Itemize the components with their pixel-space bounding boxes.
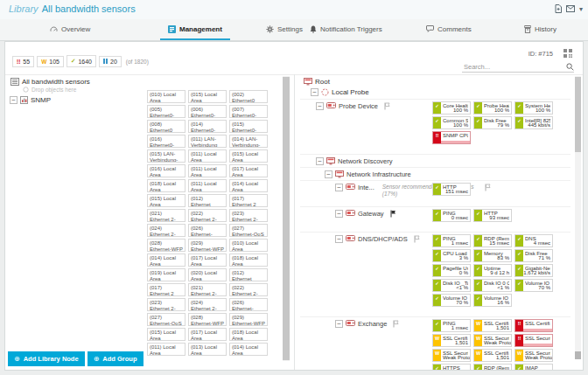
sensor-box[interactable]: WSSL Securi...Weak Proto...: [514, 349, 553, 362]
sensor-box[interactable]: ✓Volume IO ...16 %: [473, 294, 512, 307]
flag-filled-icon[interactable]: [390, 210, 396, 218]
library-sensor-box[interactable]: (017) Local Area: [188, 253, 227, 267]
status-badge-error[interactable]: !!55: [12, 56, 34, 67]
sensor-box[interactable]: !!SNMP CPU...: [432, 131, 471, 144]
library-sensor-box[interactable]: (017) Local Area: [229, 164, 268, 177]
library-sensor-box[interactable]: (012) Ethernet Traffic: [229, 268, 268, 281]
library-sensor-box[interactable]: (012) Ethernet Traffic: [188, 194, 227, 207]
library-sensor-box[interactable]: (005) Ethernet0-WFP Native: [147, 105, 186, 118]
sensor-box[interactable]: ✓Gigabit-Net...1,672 kbit/s: [514, 264, 553, 277]
library-sensor-box[interactable]: (002) Ethernet0 Traffic: [229, 90, 268, 103]
library-sensor-box[interactable]: (020) Local Area: [188, 268, 227, 281]
sensor-box[interactable]: ✓PING1 msec: [432, 319, 471, 332]
library-sensor-box[interactable]: (011) LAN-Verbindung: [188, 135, 227, 148]
search-icon[interactable]: [566, 63, 574, 71]
library-sensor-box[interactable]: (016) Local Area: [147, 164, 186, 177]
qr-code-icon[interactable]: [564, 49, 572, 58]
add-group-button[interactable]: ⊕ Add Group: [88, 351, 144, 366]
email-icon[interactable]: [566, 5, 575, 12]
sensor-box[interactable]: ✓HTTPS94 msec: [432, 364, 471, 370]
library-sensor-box[interactable]: (014) Ethernet0-WFP Native: [188, 120, 227, 133]
new-window-icon[interactable]: [555, 4, 562, 13]
sensor-box[interactable]: ✓Disk Free71 %: [514, 249, 553, 262]
add-library-node-button[interactable]: ⊕ Add Library Node: [8, 351, 85, 366]
tree-expander[interactable]: −: [10, 96, 18, 104]
sensor-box[interactable]: WSSL Securi...Weak Proto...: [473, 334, 512, 347]
library-sensor-box[interactable]: (011) Local Area: [188, 164, 227, 177]
drop-target[interactable]: Drop objects here: [23, 87, 76, 93]
sensor-box[interactable]: ✓HTTP151 msec: [432, 183, 471, 196]
sensor-box[interactable]: ✓RDP (Rem...15 msec: [473, 364, 512, 370]
library-sensor-box[interactable]: (013) Local Area: [188, 343, 227, 356]
library-sensor-box[interactable]: (007) Ethernet0-WFP 802.3: [229, 105, 268, 118]
sensor-box[interactable]: ✓Pagefile Us...0 %: [432, 264, 471, 277]
sensor-box[interactable]: ✓DNS4 msec: [514, 234, 553, 247]
library-root-node[interactable]: All bandwidth sensors: [10, 78, 90, 86]
sensor-box[interactable]: !!SSL Securi...: [514, 334, 553, 347]
tree-expander[interactable]: −: [316, 157, 324, 165]
library-sensor-box[interactable]: (014) Local Area: [147, 253, 186, 267]
tree-node-network-infrastructure[interactable]: −Network Infrastructure: [325, 170, 570, 178]
library-sensor-box[interactable]: (018) Local Area: [229, 253, 268, 267]
tab-overview[interactable]: Overview: [42, 19, 98, 38]
device-scrollbar[interactable]: [575, 76, 581, 359]
sensor-box[interactable]: ✓Uptime9 d 12 h: [473, 264, 512, 277]
library-sensor-box[interactable]: (021) Ethernet 2-Network: [147, 209, 186, 222]
tab-notification-triggers[interactable]: Notification Triggers: [302, 19, 390, 38]
library-sensor-box[interactable]: (024) Ethernet 2-WFP Native: [188, 298, 227, 311]
status-badge-paused[interactable]: 20: [99, 56, 122, 67]
sensor-box[interactable]: !!SSL Certifi...: [514, 319, 553, 332]
sensor-box[interactable]: ✓Probe Heal...100 %: [473, 101, 512, 115]
flag-outline-icon[interactable]: [414, 235, 420, 243]
library-sensor-box[interactable]: (015) LAN-Verbindung-: [147, 149, 186, 163]
library-sensor-box[interactable]: (026) Ethernet-Network: [229, 298, 268, 311]
library-sensor-box[interactable]: (017) Local Area: [188, 328, 227, 341]
library-scrollbar[interactable]: [283, 76, 290, 361]
status-badge-ok[interactable]: ✓1640: [66, 55, 96, 67]
library-sensor-box[interactable]: (019) Local Area: [147, 268, 186, 281]
device-scrollbar-thumb[interactable]: [575, 77, 581, 152]
library-node-snmp[interactable]: − SNMP: [10, 96, 51, 104]
sensor-box[interactable]: ✓Common S...100 %: [432, 116, 471, 129]
library-sensor-box[interactable]: (027) Ethernet-QoS Packet: [147, 313, 186, 326]
sensor-box[interactable]: ✓CPU Load3 %: [432, 249, 471, 262]
library-sensor-box[interactable]: (027) Ethernet-QoS Packet: [229, 224, 268, 237]
library-sensor-box[interactable]: (018) Local Area: [229, 328, 268, 341]
library-sensor-box[interactable]: (018) Local Area: [147, 179, 186, 192]
library-sensor-box[interactable]: (017) Ethernet 2 Traffic: [147, 283, 186, 296]
tree-expander[interactable]: −: [335, 320, 343, 328]
library-sensor-box[interactable]: (011) Local Area: [188, 179, 227, 192]
library-scrollbar-thumb[interactable]: [283, 77, 290, 360]
root-group-node[interactable]: Root: [304, 78, 570, 86]
tree-expander[interactable]: −: [311, 88, 318, 96]
library-sensor-box[interactable]: (015) Local Area: [229, 149, 268, 163]
library-sensor-box[interactable]: (028) Ethernet-WFP 802.3: [188, 313, 227, 326]
library-sensor-box[interactable]: (029) Ethernet-WFP Native: [229, 313, 268, 326]
library-sensor-box[interactable]: (014) Local Area: [229, 179, 268, 192]
library-sensor-box[interactable]: (011) Local Area: [147, 343, 186, 356]
sensor-box[interactable]: ✓HTTP93 msec: [473, 209, 512, 222]
sensor-box[interactable]: ✓Memory83 %: [473, 249, 512, 262]
library-sensor-box[interactable]: (028) Ethernet-WFP 802.3: [147, 239, 186, 252]
tree-node-network-discovery[interactable]: −Network Discovery: [316, 157, 570, 165]
library-sensor-box[interactable]: (022) Ethernet 2-QoS Packet: [229, 283, 268, 296]
sensor-box[interactable]: ✓Core Health100 %: [432, 101, 471, 115]
tree-expander[interactable]: −: [335, 210, 343, 218]
sensor-box[interactable]: WSSL Certifi...1,501: [473, 349, 512, 362]
tree-expander[interactable]: −: [335, 184, 343, 191]
library-sensor-box[interactable]: (014) LAN-Verbindung-QoS: [229, 135, 268, 148]
sensor-box[interactable]: ✓Disk IO _To...<1 %: [432, 279, 471, 292]
library-sensor-box[interactable]: (021) Ethernet 2-Network: [188, 283, 227, 296]
tree-expander[interactable]: −: [325, 170, 332, 178]
library-sensor-box[interactable]: (017) Ethernet 2 Traffic: [229, 194, 268, 207]
sensor-box[interactable]: ✓Volume IO ...70 %: [432, 294, 471, 307]
sensor-box[interactable]: ✓Disk Free79 %: [473, 116, 512, 129]
library-sensor-box[interactable]: (023) Ethernet 2-WFP 802.3: [147, 298, 186, 311]
library-sensor-box[interactable]: (014) Local Area: [229, 343, 268, 356]
sensor-box[interactable]: ✓Intel[R] 825...445 kbit/s: [514, 116, 553, 129]
search-input[interactable]: [462, 62, 566, 72]
library-sensor-box[interactable]: (026) Ethernet-Network: [188, 224, 227, 237]
library-sensor-box[interactable]: (015) Local Area: [188, 90, 227, 103]
device-scrollbar-end[interactable]: [575, 351, 581, 359]
sensor-box[interactable]: WSSL Certifi...1,501: [473, 319, 512, 332]
